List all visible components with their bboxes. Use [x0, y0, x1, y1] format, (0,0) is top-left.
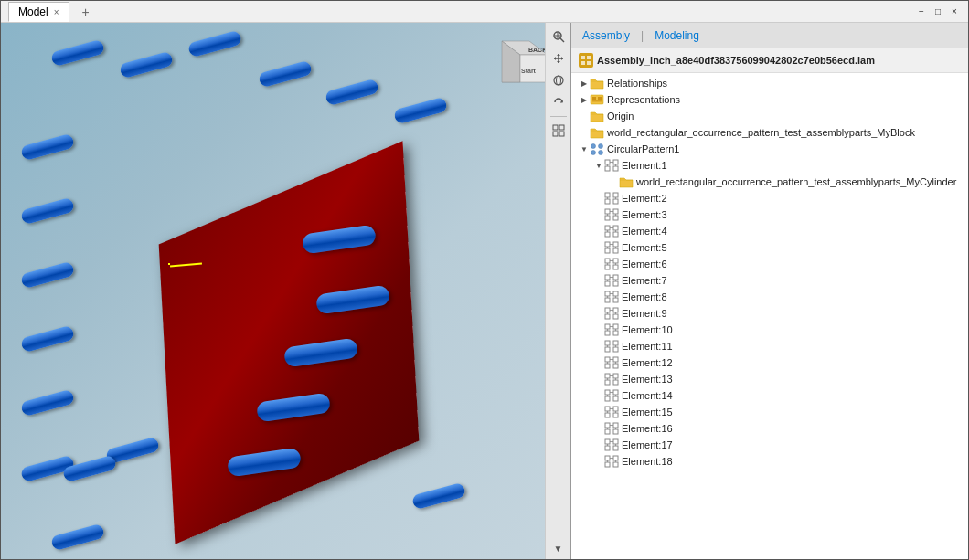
svg-rect-126 — [605, 407, 610, 411]
model-tab-close[interactable]: × — [54, 7, 59, 17]
svg-rect-114 — [605, 380, 610, 385]
svg-point-25 — [599, 144, 603, 149]
tree-expander[interactable] — [608, 174, 619, 190]
tree-expander[interactable] — [593, 354, 604, 371]
tree-expander[interactable] — [579, 124, 590, 141]
zoom-button[interactable] — [548, 26, 569, 47]
tree-item[interactable]: Element:15 — [571, 404, 968, 420]
tree-item[interactable]: Element:9 — [571, 305, 968, 322]
svg-rect-45 — [613, 216, 618, 220]
svg-rect-149 — [605, 462, 610, 467]
svg-rect-147 — [605, 456, 610, 460]
add-tab-button[interactable]: + — [77, 3, 95, 21]
title-bar: Model × + − □ × — [1, 1, 968, 23]
svg-rect-94 — [613, 331, 618, 335]
toolbar-expand-button[interactable]: ▼ — [548, 541, 569, 555]
tree-item[interactable]: Element:14 — [571, 387, 968, 404]
assembly-icon — [579, 53, 593, 68]
tree-icon-node — [604, 438, 619, 452]
tree-label: world_rectangular_occurrence_pattern_tes… — [607, 127, 915, 138]
tree-item[interactable]: Element:12 — [571, 354, 968, 371]
svg-rect-98 — [605, 341, 610, 345]
tree-item[interactable]: world_rectangular_occurrence_pattern_tes… — [571, 124, 968, 141]
nav-cube[interactable]: Start BACK — [488, 32, 552, 96]
orbit-button[interactable] — [548, 70, 569, 90]
3d-viewport[interactable]: Start BACK — [1, 23, 570, 559]
tree-expander[interactable] — [593, 404, 604, 420]
svg-rect-65 — [605, 265, 610, 269]
tree-expander[interactable] — [593, 453, 604, 470]
maximize-button[interactable]: □ — [932, 5, 944, 18]
svg-rect-23 — [592, 100, 602, 102]
tree-expander[interactable]: ▶ — [579, 91, 590, 108]
modeling-tab[interactable]: Modeling — [651, 27, 703, 44]
tree-item[interactable]: ▶ Representations — [571, 91, 968, 108]
tree-label: Element:18 — [622, 456, 673, 467]
svg-rect-105 — [605, 357, 610, 362]
svg-text:Start: Start — [521, 68, 537, 74]
tree-expander[interactable] — [593, 387, 604, 404]
tree-item[interactable]: Element:2 — [571, 190, 968, 206]
pan-button[interactable] — [548, 48, 569, 69]
cylinder-11 — [20, 389, 75, 417]
cylinder-9 — [20, 261, 75, 289]
tree-expander[interactable] — [593, 322, 604, 338]
tree-expander[interactable] — [593, 272, 604, 289]
tree-expander[interactable]: ▼ — [593, 157, 604, 174]
view-button[interactable] — [548, 121, 569, 141]
tree-expander[interactable] — [593, 256, 604, 272]
tree-label: Element:6 — [622, 259, 667, 269]
tree-item[interactable]: Element:17 — [571, 437, 968, 453]
tree-icon-node — [604, 207, 619, 222]
cylinder-13 — [50, 523, 105, 551]
tree-expander[interactable] — [593, 289, 604, 305]
tree-item[interactable]: Element:5 — [571, 239, 968, 256]
tree-item[interactable]: Element:10 — [571, 322, 968, 338]
rotate-button[interactable] — [548, 92, 569, 112]
svg-rect-49 — [605, 226, 610, 230]
tree-item[interactable]: Element:8 — [571, 289, 968, 305]
svg-rect-15 — [559, 132, 564, 136]
svg-point-26 — [591, 151, 596, 155]
assembly-tab[interactable]: Assembly — [579, 27, 634, 44]
tree-expander[interactable] — [593, 371, 604, 387]
model-tree[interactable]: ▶ Relationships▶ Representations Origin … — [571, 73, 968, 559]
panel-header: Assembly | Modeling — [571, 23, 968, 48]
tree-expander[interactable]: ▼ — [579, 141, 590, 157]
tree-item[interactable]: world_rectangular_occurrence_pattern_tes… — [571, 174, 968, 190]
tree-label: Element:13 — [622, 374, 673, 385]
svg-rect-44 — [605, 216, 610, 220]
tree-expander[interactable] — [593, 338, 604, 354]
close-button[interactable]: × — [948, 5, 961, 18]
tree-expander[interactable] — [579, 108, 590, 124]
tree-item[interactable]: Element:3 — [571, 206, 968, 223]
tree-label: Element:14 — [622, 390, 673, 401]
tree-item[interactable]: ▼ CircularPattern1 — [571, 141, 968, 157]
cylinder-17 — [411, 482, 466, 510]
tree-item[interactable]: Origin — [571, 108, 968, 124]
tree-expander[interactable] — [593, 223, 604, 239]
minimize-button[interactable]: − — [915, 5, 928, 18]
tree-expander[interactable] — [593, 420, 604, 437]
main-content: Start BACK — [1, 23, 968, 559]
model-tab[interactable]: Model × — [8, 2, 69, 22]
tree-expander[interactable] — [593, 190, 604, 206]
tree-item[interactable]: Element:7 — [571, 272, 968, 289]
tree-item[interactable]: Element:18 — [571, 453, 968, 470]
tree-expander[interactable] — [593, 305, 604, 322]
tree-item[interactable]: Element:11 — [571, 338, 968, 354]
tree-expander[interactable] — [593, 206, 604, 223]
tree-expander[interactable] — [593, 437, 604, 453]
tree-item[interactable]: Element:6 — [571, 256, 968, 272]
tree-expander[interactable]: ▶ — [579, 75, 590, 91]
tree-icon-node — [604, 421, 619, 436]
tree-expander[interactable] — [593, 239, 604, 256]
tree-icon-folder — [590, 109, 604, 123]
tree-icon-node — [604, 224, 619, 238]
tree-item[interactable]: Element:16 — [571, 420, 968, 437]
tree-item[interactable]: ▼ Element:1 — [571, 157, 968, 174]
tree-icon-node — [604, 257, 619, 271]
tree-item[interactable]: Element:4 — [571, 223, 968, 239]
tree-item[interactable]: ▶ Relationships — [571, 75, 968, 91]
tree-item[interactable]: Element:13 — [571, 371, 968, 387]
